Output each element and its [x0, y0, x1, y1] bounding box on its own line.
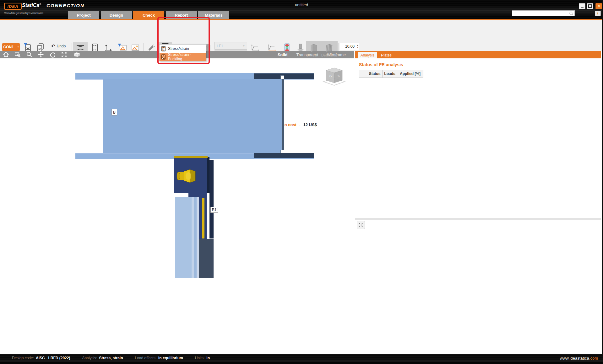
load-effect-combo[interactable]: LE1 ▼ — [215, 42, 247, 50]
column-far-flange — [209, 160, 214, 238]
website-link[interactable]: www.ideastatica.com — [560, 354, 598, 362]
minimize-button[interactable] — [579, 3, 585, 9]
tab-design[interactable]: Design — [101, 11, 132, 19]
fe-status-table: Status Loads Applied [%] — [359, 70, 423, 78]
navigation-cube[interactable]: +Y -X — [321, 67, 347, 87]
statica-logo-text: StatiCa® — [22, 3, 41, 8]
status-bar: Design code:AISC - LRFD (2022) Analysis:… — [0, 354, 603, 362]
column-weld-strip — [202, 198, 204, 238]
column-slate-face — [199, 239, 214, 278]
plate-shadow-edge — [207, 157, 209, 193]
tab-report[interactable]: Report — [166, 11, 197, 19]
model-viewport[interactable]: Production cost - 12 US$ +Y -X B B1 — [0, 58, 354, 354]
abacus-icon — [161, 54, 166, 60]
spinner-down-icon[interactable]: ▼ — [357, 46, 359, 49]
panel-tab-plates[interactable]: Plates — [378, 52, 395, 58]
deformed-icon — [325, 42, 333, 53]
fe-status-title: Status of FE analysis — [359, 62, 403, 67]
production-cost-separator: - — [299, 122, 301, 127]
chevron-down-icon: ▾ — [16, 46, 19, 48]
panel-splitter[interactable] — [355, 218, 601, 220]
panel-tab-analysis[interactable]: Analysis — [358, 52, 377, 58]
minimize-icon — [581, 5, 584, 8]
table-header-loads: Loads — [382, 70, 397, 78]
column-stripe — [192, 197, 194, 278]
expand-arrows-icon — [359, 223, 363, 227]
design-code-value: AISC - LRFD (2022) — [36, 356, 70, 360]
production-cost-value: 12 US$ — [303, 122, 317, 127]
idea-logo: IDEA — [4, 3, 22, 10]
beam-bottom-flange-end-plate — [254, 153, 314, 158]
tab-materials[interactable]: Materials — [198, 11, 229, 19]
home-view-button[interactable] — [0, 51, 12, 58]
undo-button[interactable]: ↶ Undo — [51, 43, 66, 49]
spinner-up-icon[interactable]: ▲ — [357, 44, 359, 46]
deformed-button[interactable]: Deformed — [321, 42, 337, 63]
column-stripe — [194, 197, 197, 278]
analysis-label: Analysis: — [82, 356, 97, 360]
tab-project[interactable]: Project — [68, 11, 99, 19]
search-box[interactable] — [512, 10, 575, 16]
weld-gold-strip — [174, 156, 208, 158]
info-button[interactable]: i — [595, 11, 601, 16]
column-light-face — [175, 197, 192, 278]
beam-end-plate-edge — [282, 77, 284, 154]
menu-item-stress-strain[interactable]: Stress/strain — [160, 45, 206, 53]
mesh-icon — [310, 42, 318, 53]
cube-face-minus-x: -X — [337, 74, 340, 77]
document-title: untitled — [239, 3, 364, 7]
search-input[interactable] — [512, 11, 569, 15]
menu-item-stress-strain-buckling[interactable]: Stress/strain - Buckling — [160, 53, 206, 61]
rotate-button[interactable] — [46, 51, 58, 58]
mesh-button[interactable]: Mesh — [307, 42, 321, 63]
expand-section-button[interactable] — [357, 221, 365, 229]
load-effects-label: Load effects: — [135, 356, 156, 360]
fin-plate-step — [188, 193, 207, 197]
tab-check[interactable]: Check — [133, 11, 164, 19]
selection-handle — [280, 75, 284, 79]
window-edge — [602, 0, 603, 364]
pan-button[interactable] — [35, 51, 46, 58]
project-item-selector[interactable]: CON1 ▾ — [2, 43, 20, 51]
load-effects-value: In equilibrium — [158, 356, 183, 360]
registered-mark: ® — [39, 3, 41, 6]
maximize-button[interactable] — [587, 3, 593, 9]
column-stripe — [197, 197, 199, 278]
right-panel — [355, 51, 601, 354]
ribbon: CON1 ▾ New Copy Project items ↶ Undo ↷ — [0, 20, 603, 51]
zoom-button[interactable] — [23, 51, 35, 58]
con-item-label: CON1 — [3, 45, 14, 49]
clipping-box-button[interactable] — [70, 52, 84, 57]
maximize-icon — [588, 4, 592, 8]
member-label-beam[interactable]: B — [111, 109, 117, 115]
units-value: in — [206, 356, 210, 360]
zoom-window-button[interactable] — [12, 51, 23, 58]
calculate-dropdown-menu: Stress/strain Stress/strain - Buckling — [159, 44, 206, 61]
table-header-status: Status — [367, 70, 383, 78]
search-icon — [569, 11, 573, 16]
table-header-applied: Applied [%] — [397, 70, 423, 78]
table-header-blank — [359, 70, 367, 78]
abacus-icon — [161, 46, 166, 51]
deformed-scale-spinner[interactable]: 10,00 ▲ ▼ — [340, 43, 360, 50]
member-label-column[interactable]: B1 — [210, 207, 218, 213]
window-bottom-edge — [0, 362, 603, 364]
units-label: Units: — [195, 356, 205, 360]
tagline: Calculate yesterday's estimates — [4, 12, 43, 15]
design-code-label: Design code: — [12, 356, 34, 360]
analysis-value: Stress, strain — [99, 356, 123, 360]
view-mode-solid[interactable]: Solid — [278, 52, 288, 57]
undo-icon: ↶ — [51, 43, 55, 49]
cube-face-plus-y: +Y — [329, 75, 332, 78]
bolt — [176, 168, 198, 184]
beam-web — [103, 79, 282, 153]
close-button[interactable]: ✕ — [595, 3, 602, 9]
app-name: CONNECTION — [46, 3, 84, 8]
zoom-fit-button[interactable] — [58, 51, 70, 58]
